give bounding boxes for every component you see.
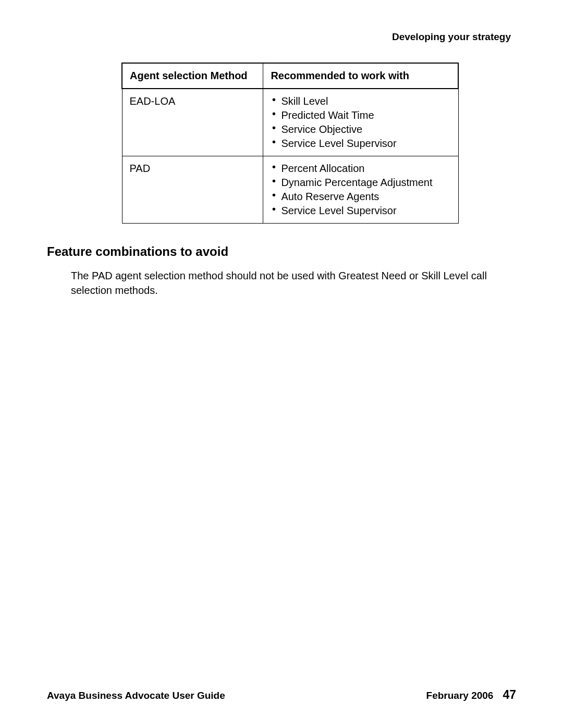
- bullet-list: Percent Allocation Dynamic Percentage Ad…: [271, 162, 450, 218]
- cell-method: EAD-LOA: [122, 89, 263, 156]
- body-paragraph: The PAD agent selection method should no…: [71, 268, 511, 298]
- list-item: Service Objective: [271, 122, 450, 137]
- table-row: EAD-LOA Skill Level Predicted Wait Time …: [122, 89, 458, 156]
- section-heading: Feature combinations to avoid: [47, 244, 516, 259]
- footer-doc-title: Avaya Business Advocate User Guide: [47, 690, 225, 701]
- list-item: Predicted Wait Time: [271, 108, 450, 122]
- agent-selection-table: Agent selection Method Recommended to wo…: [121, 63, 459, 224]
- table-header-row: Agent selection Method Recommended to wo…: [122, 63, 458, 89]
- footer-right: February 2006 47: [426, 688, 516, 702]
- list-item: Skill Level: [271, 94, 450, 108]
- list-item: Dynamic Percentage Adjustment: [271, 176, 450, 190]
- cell-method: PAD: [122, 156, 263, 224]
- list-item: Service Level Supervisor: [271, 137, 450, 151]
- bullet-list: Skill Level Predicted Wait Time Service …: [271, 94, 450, 151]
- footer: Avaya Business Advocate User Guide Febru…: [47, 688, 516, 702]
- list-item: Service Level Supervisor: [271, 204, 450, 218]
- page-number: 47: [503, 688, 516, 702]
- header-section-title: Developing your strategy: [47, 31, 516, 43]
- footer-date: February 2006: [426, 690, 494, 701]
- table-row: PAD Percent Allocation Dynamic Percentag…: [122, 156, 458, 224]
- table-header-recommended: Recommended to work with: [263, 63, 458, 89]
- cell-recommended: Skill Level Predicted Wait Time Service …: [263, 89, 458, 156]
- page-container: Developing your strategy Agent selection…: [0, 0, 563, 728]
- table-wrapper: Agent selection Method Recommended to wo…: [121, 63, 459, 224]
- list-item: Percent Allocation: [271, 162, 450, 176]
- list-item: Auto Reserve Agents: [271, 190, 450, 204]
- cell-recommended: Percent Allocation Dynamic Percentage Ad…: [263, 156, 458, 224]
- table-header-method: Agent selection Method: [122, 63, 263, 89]
